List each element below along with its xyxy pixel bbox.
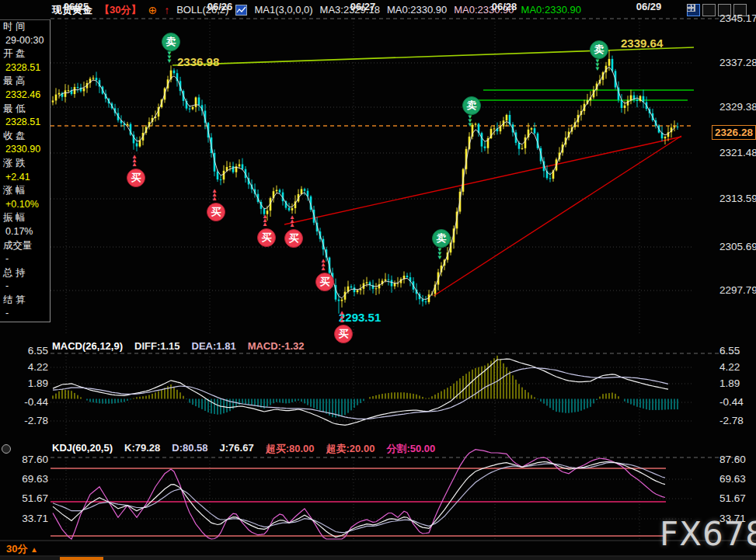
kdj-axis-label: 87.60	[719, 454, 746, 465]
price-axis-label: 2321.48	[719, 147, 756, 158]
buy-chevrons-icon: ▲▲▲	[211, 189, 218, 200]
h-scrollbar-thumb[interactable]	[60, 557, 103, 560]
kdj-header-item: K:79.28	[124, 442, 160, 456]
add-indicator-icon[interactable]: ⊕	[148, 4, 157, 16]
down-chevron-icon: ▼	[594, 67, 601, 71]
annotation-price-label: 2336.98	[177, 55, 219, 68]
sell-chevrons-icon: ▼▼▼	[467, 115, 473, 127]
buy-marker: 买	[207, 203, 225, 221]
watermark: FX678	[660, 515, 756, 553]
macd-axis-label: 6.55	[0, 345, 48, 357]
kdj-axis-label: 69.63	[719, 473, 746, 485]
macd-header-item: DEA:1.81	[192, 340, 236, 352]
sidebar-row-label: 振 幅	[0, 211, 50, 225]
kdj-header-item: 分割:50.00	[386, 442, 435, 456]
up-chevron-icon: ▲	[211, 197, 218, 200]
sidebar-row-label: 结 算	[0, 294, 50, 308]
kdj-header-item: KDJ(60,20,5)	[52, 442, 113, 456]
sidebar-row-label: 成交量	[0, 239, 50, 253]
kdj-header-item: 超卖:20.00	[326, 442, 375, 456]
up-chevron-icon: ▲	[339, 318, 345, 322]
date-label: 06/25	[53, 1, 99, 12]
buy-chevrons-icon: ▲▲▲	[339, 311, 345, 322]
ma0-value: MA0:2330.90	[387, 4, 447, 16]
kdj-header-item: 超买:80.00	[266, 442, 315, 456]
kdj-axis-label: 51.67	[0, 492, 48, 504]
sidebar-row: 总 持-	[0, 266, 50, 294]
pane-toggle-icon[interactable]	[2, 444, 11, 454]
sidebar-row-value: 2328.51	[0, 61, 50, 75]
price-axis-label: 2345.17	[719, 12, 756, 24]
period-tab-label: 30分	[6, 543, 27, 555]
macd-axis-label: 4.22	[0, 361, 48, 373]
sidebar-row-label: 最 高	[0, 75, 50, 89]
ma1-label[interactable]: MA1(3,0,0,0)	[254, 4, 312, 16]
sidebar-row-label: 收 盘	[0, 130, 50, 144]
ma0-value: MA0:2330.90	[521, 4, 581, 16]
sidebar-row: 开 盘2328.51	[0, 47, 50, 75]
sell-marker: 卖	[432, 229, 451, 248]
down-chevron-icon: ▼	[467, 123, 473, 127]
annotation-price-label: 2339.64	[621, 37, 663, 50]
sell-marker: 卖	[462, 96, 481, 115]
sidebar-row: 涨 跌+2.41	[0, 157, 50, 184]
sidebar-row-value: -	[0, 307, 50, 321]
price-axis-label: 2297.79	[719, 284, 756, 296]
buy-marker: 买	[334, 325, 353, 343]
kdj-axis-label: 51.67	[719, 492, 746, 504]
macd-axis-label: -2.78	[0, 415, 48, 426]
kdj-header-item: D:80.58	[172, 442, 207, 456]
period-arrow-icon: ▲	[30, 545, 38, 554]
sell-chevrons-icon: ▼▼▼	[166, 51, 172, 63]
sidebar-row-value: 2330.90	[0, 143, 50, 157]
macd-header-item: MACD(26,12,9)	[52, 340, 123, 352]
kdj-header: KDJ(60,20,5)K:79.28D:80.58J:76.67超买:80.0…	[52, 442, 447, 456]
macd-header-item: DIFF:1.15	[134, 340, 180, 352]
trading-app-window: 现货黄金 【30分】 ⊕ ↑ BOLL(26,2) MA1(3,0,0,0) M…	[0, 0, 756, 560]
up-arrow-icon: ↑	[164, 4, 169, 16]
price-axis-label: 2337.28	[719, 57, 756, 68]
down-chevron-icon: ▼	[166, 59, 172, 63]
sidebar-row: 最 低2328.51	[0, 103, 50, 130]
sidebar-row-value: 29-00:30	[0, 34, 50, 48]
sidebar-row-value: +2.41	[0, 171, 50, 185]
date-axis: 30分 ▲	[0, 541, 756, 557]
sidebar-row-label: 时 间	[0, 20, 50, 34]
buy-chevrons-icon: ▲▲▲	[320, 259, 326, 270]
sidebar-row: 振 幅0.17%	[0, 211, 50, 238]
annotation-price-label: 2293.51	[339, 311, 381, 324]
macd-axis-label: -2.78	[719, 415, 744, 426]
up-chevron-icon: ▲	[262, 222, 268, 226]
sell-marker: 卖	[590, 40, 608, 59]
date-label: 06/26	[197, 1, 243, 12]
chart-window-button-1[interactable]	[702, 4, 716, 16]
macd-header-item: MACD:-1.32	[248, 340, 305, 352]
macd-header: MACD(26,12,9)DIFF:1.15DEA:1.81MACD:-1.32	[52, 340, 316, 352]
price-axis-label: 2305.69	[719, 241, 756, 252]
sidebar-row-value: -	[0, 280, 50, 294]
sidebar-row-value: -	[0, 252, 50, 266]
date-label: 06/27	[340, 1, 386, 12]
price-axis-label: 2329.38	[719, 101, 756, 113]
last-price-badge: 2326.28	[712, 125, 756, 140]
price-axis-label: 2313.59	[719, 193, 756, 204]
buy-marker: 买	[315, 273, 334, 291]
sidebar-row: 成交量-	[0, 239, 50, 266]
sidebar-row-value: 2332.46	[0, 89, 50, 103]
macd-axis-label: 1.89	[719, 377, 740, 389]
h-scrollbar[interactable]	[0, 557, 756, 560]
buy-marker: 买	[257, 228, 276, 247]
sidebar-row: 收 盘2330.90	[0, 130, 50, 157]
chart-canvas	[0, 0, 756, 560]
sidebar-row-value: +0.10%	[0, 198, 50, 212]
down-chevron-icon: ▼	[437, 256, 443, 259]
sidebar-row-label: 最 低	[0, 103, 50, 117]
period-tab[interactable]: 30分 ▲	[6, 542, 38, 556]
macd-axis-label: 1.89	[0, 377, 48, 389]
kdj-axis-label: 69.63	[0, 473, 48, 485]
up-chevron-icon: ▲	[289, 223, 295, 227]
period-badge[interactable]: 【30分】	[99, 3, 141, 17]
info-sidebar: 时 间29-00:30开 盘2328.51最 高2332.46最 低2328.5…	[0, 19, 51, 322]
up-chevron-icon: ▲	[131, 162, 138, 166]
date-label: 06/29	[625, 1, 672, 12]
